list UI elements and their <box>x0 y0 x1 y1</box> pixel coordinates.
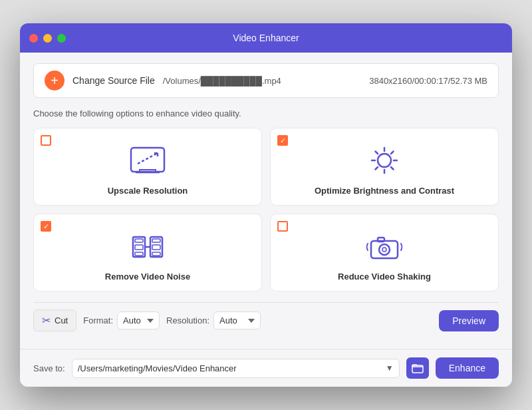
svg-line-14 <box>376 167 378 170</box>
svg-rect-17 <box>135 245 143 250</box>
save-path-container: ▼ <box>72 359 400 378</box>
checkbox-checked-noise: ✓ <box>41 221 51 232</box>
svg-rect-22 <box>152 252 160 256</box>
option-upscale-resolution[interactable]: Upscale Resolution <box>33 128 262 206</box>
enhance-button[interactable]: Enhance <box>436 357 499 379</box>
checkbox-noise[interactable]: ✓ <box>41 221 53 233</box>
svg-line-3 <box>138 153 158 164</box>
cut-button[interactable]: ✂ Cut <box>33 309 76 331</box>
checkbox-shaking[interactable] <box>277 221 289 233</box>
app-window: Video Enhancer + Change Source File /Vol… <box>20 23 512 387</box>
file-info: 3840x2160/00:00:17/52.73 MB <box>369 76 487 86</box>
checkbox-checked-brightness: ✓ <box>277 135 288 146</box>
file-path: /Volumes/██████████.mp4 <box>163 76 361 86</box>
svg-point-6 <box>378 154 391 167</box>
checkbox-brightness[interactable]: ✓ <box>277 135 289 147</box>
svg-rect-16 <box>135 239 143 242</box>
traffic-lights <box>29 34 66 43</box>
hint-text: Choose the following options to enhance … <box>33 108 499 118</box>
window-title: Video Enhancer <box>233 33 299 43</box>
add-source-button[interactable]: + <box>45 71 65 91</box>
resolution-select[interactable]: Auto 1080p 720p 480p <box>213 311 261 329</box>
source-bar: + Change Source File /Volumes/██████████… <box>33 63 499 98</box>
titlebar: Video Enhancer <box>20 23 512 53</box>
scissors-icon: ✂ <box>42 314 51 327</box>
upscale-icon <box>128 144 168 178</box>
change-source-label: Change Source File <box>72 75 155 86</box>
brightness-icon <box>364 144 404 178</box>
save-to-label: Save to: <box>33 363 65 373</box>
svg-line-12 <box>391 167 394 170</box>
format-label: Format: <box>83 315 113 325</box>
preview-button[interactable]: Preview <box>439 310 499 331</box>
checkbox-unchecked-upscale <box>41 135 51 146</box>
upscale-label: Upscale Resolution <box>108 186 188 196</box>
svg-rect-0 <box>131 148 164 172</box>
noise-label: Remove Video Noise <box>105 272 190 282</box>
svg-point-25 <box>379 244 390 255</box>
svg-rect-20 <box>152 239 160 242</box>
brightness-label: Optimize Brightness and Contrast <box>315 186 454 196</box>
shaking-icon <box>364 230 404 264</box>
save-path-input[interactable] <box>72 359 380 377</box>
svg-line-13 <box>391 152 394 154</box>
bottom-bar: Save to: ▼ Enhance <box>20 349 512 387</box>
svg-rect-21 <box>152 245 160 250</box>
toolbar: ✂ Cut Format: Auto MP4 MOV AVI MKV Resol… <box>33 302 499 338</box>
maximize-button[interactable] <box>57 34 66 43</box>
resolution-label: Resolution: <box>166 315 209 325</box>
shaking-label: Reduce Video Shaking <box>338 272 431 282</box>
checkbox-upscale[interactable] <box>41 135 53 147</box>
resolution-group: Resolution: Auto 1080p 720p 480p <box>166 311 261 329</box>
close-button[interactable] <box>29 34 38 43</box>
checkbox-unchecked-shaking <box>277 221 288 232</box>
option-shaking[interactable]: Reduce Video Shaking <box>270 214 499 292</box>
browse-folder-button[interactable] <box>406 357 429 379</box>
main-content: + Change Source File /Volumes/██████████… <box>20 53 512 349</box>
minimize-button[interactable] <box>43 34 52 43</box>
svg-line-11 <box>376 152 378 154</box>
option-brightness[interactable]: ✓ Optimize Brightness and <box>270 128 499 206</box>
cut-label: Cut <box>55 315 68 325</box>
folder-icon <box>412 362 424 374</box>
option-noise[interactable]: ✓ <box>33 214 262 292</box>
noise-icon <box>128 230 168 264</box>
save-path-dropdown-arrow[interactable]: ▼ <box>380 359 399 377</box>
format-select[interactable]: Auto MP4 MOV AVI MKV <box>117 311 160 329</box>
svg-rect-18 <box>135 252 143 256</box>
format-group: Format: Auto MP4 MOV AVI MKV <box>83 311 160 329</box>
options-grid: Upscale Resolution ✓ <box>33 128 499 292</box>
svg-rect-27 <box>378 238 384 242</box>
svg-point-26 <box>382 248 386 252</box>
